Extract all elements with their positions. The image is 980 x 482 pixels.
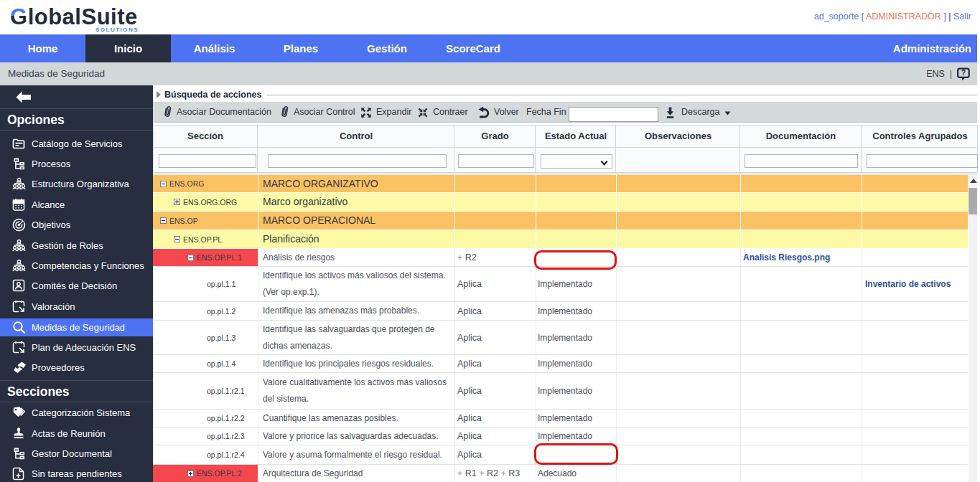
svg-text:?: ? — [961, 68, 966, 77]
